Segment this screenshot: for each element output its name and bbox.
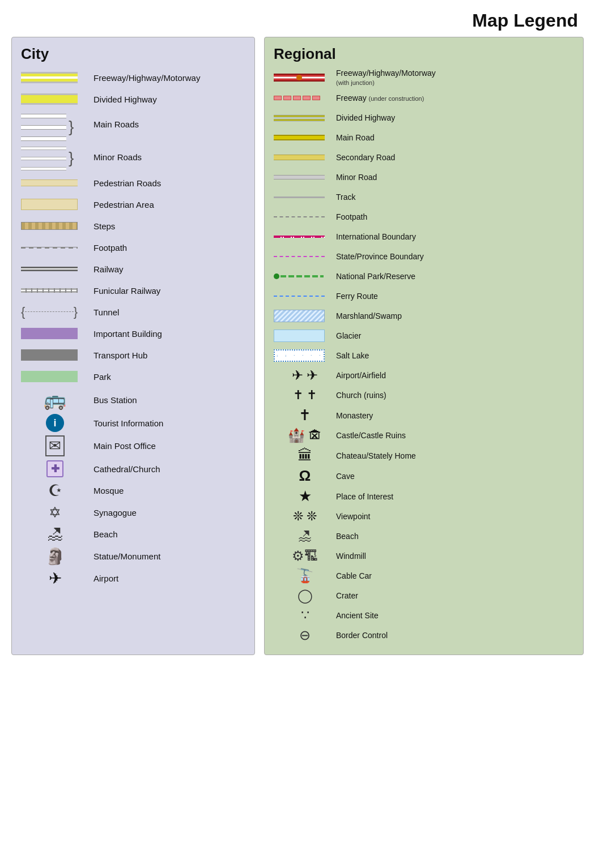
list-item: Steps [21, 217, 245, 235]
tourist-info-icon: i [46, 414, 64, 432]
list-item: } Minor Roads [21, 144, 245, 170]
reg-glacier-label: Glacier [336, 331, 361, 340]
list-item: ✡ Synagogue [21, 503, 245, 521]
reg-divided-label: Divided Highway [336, 113, 395, 122]
reg-viewpoint-label: Viewpoint [336, 512, 370, 521]
list-item: Freeway (under construction) [274, 89, 574, 106]
airport-city-label: Airport [89, 574, 118, 583]
list-item: } Main Roads [21, 112, 245, 141]
reg-national-park-label: National Park/Reserve [336, 272, 415, 281]
list-item: Marshland/Swamp [274, 307, 574, 324]
list-item: Ω Cave [274, 467, 574, 485]
reg-intl-boundary-label: International Boundary [336, 232, 416, 241]
reg-chateau-label: Chateau/Stately Home [336, 451, 416, 460]
list-item: 🏰 🏚 Castle/Castle Ruins [274, 427, 574, 444]
footpath-city-label: Footpath [89, 243, 127, 253]
list-item: Transport Hub [21, 346, 245, 364]
list-item: Railway [21, 260, 245, 278]
list-item: 🚡 Cable Car [274, 567, 574, 584]
reg-cave-label: Cave [336, 472, 355, 481]
list-item: ✚ Cathedral/Church [21, 460, 245, 478]
ancient-icon: ∵ [301, 608, 309, 623]
list-item: Divided Highway [21, 90, 245, 108]
synagogue-label: Synagogue [89, 508, 137, 518]
transport-hub-label: Transport Hub [89, 350, 147, 360]
list-item: ◯ Crater [274, 587, 574, 604]
reg-track-label: Track [336, 193, 355, 202]
list-item: ⚙🏗 Windmill [274, 548, 574, 565]
border-icon: ⊖ [299, 627, 311, 643]
tunnel-label: Tunnel [89, 307, 119, 317]
reg-secondary-label: Secondary Road [336, 153, 395, 162]
reg-ferry-label: Ferry Route [336, 292, 378, 301]
list-item: ✉ Main Post Office [21, 435, 245, 456]
cave-icon: Ω [299, 467, 311, 485]
transport-hub-symbol [21, 349, 78, 361]
reg-church-label: Church (ruins) [336, 391, 386, 400]
list-item: National Park/Reserve [274, 268, 574, 285]
freeway-city-symbol [21, 72, 78, 83]
list-item: 🏖 Beach [274, 528, 574, 545]
reg-crater-label: Crater [336, 591, 358, 600]
pedestrian-road-label: Pedestrian Roads [89, 178, 161, 188]
list-item: Secondary Road [274, 149, 574, 166]
list-item: Funicular Railway [21, 281, 245, 300]
reg-minor-label: Minor Road [336, 173, 377, 182]
reg-interest-label: Place of Interest [336, 492, 393, 501]
list-item: ☪ Mosque [21, 481, 245, 500]
funicular-label: Funicular Railway [89, 286, 160, 296]
interest-icon: ★ [299, 488, 312, 505]
list-item: { } Tunnel [21, 303, 245, 321]
regional-heading: Regional [274, 45, 574, 63]
reg-border-label: Border Control [336, 631, 388, 640]
envelope-icon: ✉ [45, 435, 65, 456]
reg-footpath-label: Footpath [336, 212, 367, 221]
list-item: 🏖 Beach [21, 525, 245, 544]
list-item: Important Building [21, 324, 245, 343]
reg-airport-label: Airport/Airfield [336, 371, 386, 380]
important-building-label: Important Building [89, 329, 162, 339]
bus-icon: 🚌 [44, 389, 66, 411]
railway-label: Railway [89, 264, 124, 274]
park-symbol [21, 371, 78, 382]
windmill-icon: ⚙🏗 [292, 548, 318, 564]
tunnel-symbol: { } [21, 305, 78, 319]
church-reg-icon: ✝ ✝ [293, 388, 317, 403]
railway-symbol [21, 267, 78, 271]
list-item: International Boundary [274, 228, 574, 245]
viewpoint-icon: ❊ ❊ [293, 509, 317, 524]
post-office-label: Main Post Office [89, 441, 156, 451]
reg-castle-label: Castle/Castle Ruins [336, 431, 406, 440]
cathedral-icon: ✚ [46, 460, 63, 477]
airport-city-icon: ✈ [49, 569, 62, 588]
list-item: · · · · · · · · · · · · · · · · Salt Lak… [274, 347, 574, 364]
list-item: Pedestrian Area [21, 195, 245, 213]
mosque-label: Mosque [89, 486, 124, 495]
synagogue-icon: ✡ [49, 504, 61, 521]
reg-freeway-junction-label: Freeway/Highway/Motorway (with junction) [336, 69, 436, 87]
list-item: Freeway/Highway/Motorway (with junction) [274, 69, 574, 87]
important-building-symbol [21, 328, 78, 339]
pedestrian-area-symbol [21, 199, 78, 210]
reg-cablecar-label: Cable Car [336, 571, 372, 580]
statue-icon: 🗿 [45, 547, 65, 566]
crater-icon: ◯ [298, 588, 313, 604]
list-item: Minor Road [274, 169, 574, 186]
footpath-city-symbol [21, 247, 78, 249]
list-item: Pedestrian Roads [21, 174, 245, 192]
list-item: i Tourist Information [21, 414, 245, 432]
list-item: ✝ ✝ Church (ruins) [274, 387, 574, 404]
minor-roads-symbol: } [21, 147, 89, 170]
list-item: Park [21, 367, 245, 386]
divided-city-label: Divided Highway [89, 95, 157, 104]
list-item: ✈ ✈ Airport/Airfield [274, 367, 574, 384]
reg-monastery-label: Monastery [336, 411, 373, 420]
list-item: ★ Place of Interest [274, 488, 574, 505]
beach-city-label: Beach [89, 529, 118, 539]
list-item: State/Province Boundary [274, 248, 574, 265]
reg-main-road-label: Main Road [336, 133, 375, 142]
list-item: Divided Highway [274, 109, 574, 126]
list-item: Footpath [274, 208, 574, 225]
list-item: 🗿 Statue/Monument [21, 547, 245, 566]
reg-salt-lake-label: Salt Lake [336, 351, 369, 360]
